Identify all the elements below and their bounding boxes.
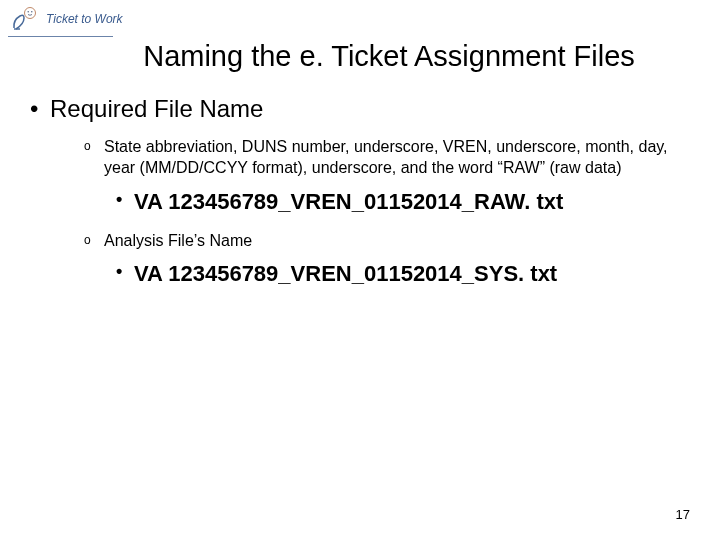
slide-title: Naming the e. Ticket Assignment Files <box>88 40 690 73</box>
subitem-analysis-file: o Analysis File’s Name <box>84 231 690 252</box>
circle-bullet-icon: o <box>84 137 104 179</box>
svg-point-2 <box>31 11 32 12</box>
logo: Ticket to Work <box>10 6 123 32</box>
page-number: 17 <box>676 507 690 522</box>
subitem-text: Analysis File’s Name <box>104 231 252 252</box>
example-raw-filename: • VA 123456789_VREN_01152014_RAW. txt <box>116 189 690 215</box>
logo-underline <box>8 36 113 37</box>
svg-point-1 <box>28 11 29 12</box>
example-text: VA 123456789_VREN_01152014_RAW. txt <box>134 189 563 215</box>
example-text: VA 123456789_VREN_01152014_SYS. txt <box>134 261 557 287</box>
subitem-naming-rule: o State abbreviation, DUNS number, under… <box>84 137 690 179</box>
svg-point-0 <box>25 8 36 19</box>
ticket-to-work-icon <box>10 6 40 32</box>
logo-text: Ticket to Work <box>46 13 123 25</box>
subitem-text: State abbreviation, DUNS number, undersc… <box>104 137 690 179</box>
slide-content: Naming the e. Ticket Assignment Files • … <box>0 0 720 287</box>
circle-bullet-icon: o <box>84 231 104 252</box>
bullet-dot-icon: • <box>116 261 134 287</box>
bullet-text: Required File Name <box>50 95 263 123</box>
example-sys-filename: • VA 123456789_VREN_01152014_SYS. txt <box>116 261 690 287</box>
bullet-required-file-name: • Required File Name <box>30 95 690 123</box>
bullet-dot-icon: • <box>116 189 134 215</box>
bullet-dot-icon: • <box>30 95 50 123</box>
